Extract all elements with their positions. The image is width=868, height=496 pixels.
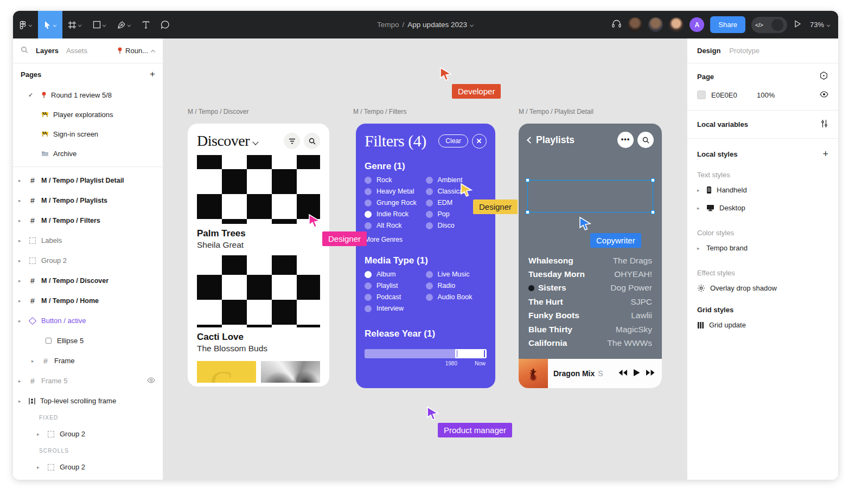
- grid-style-grid-update[interactable]: Grid update: [687, 316, 838, 334]
- pen-tool-button[interactable]: [112, 11, 137, 38]
- add-style-icon[interactable]: +: [822, 149, 828, 160]
- expand-chevron-icon[interactable]: ▸: [31, 358, 37, 364]
- page-color-value[interactable]: E0E0E0: [711, 91, 757, 99]
- layer-home[interactable]: ▸ # M / Tempo / Home: [13, 291, 163, 311]
- selection-handle[interactable]: [651, 178, 655, 182]
- layer-group-2-scrolls[interactable]: ▸ Group 2: [13, 457, 163, 477]
- move-tool-button[interactable]: [38, 11, 62, 38]
- expand-chevron-icon[interactable]: ▸: [18, 258, 24, 263]
- expand-chevron-icon[interactable]: ▸: [697, 205, 701, 211]
- component-icon: [29, 317, 36, 324]
- shape-tool-button[interactable]: [87, 11, 112, 38]
- tab-prototype[interactable]: Prototype: [729, 47, 760, 55]
- page-color-swatch[interactable]: [697, 91, 706, 99]
- present-button[interactable]: [793, 20, 802, 30]
- main-menu-button[interactable]: [13, 11, 38, 38]
- layer-group-2-fixed[interactable]: ▸ Group 2: [13, 424, 163, 444]
- mock-discover-frame[interactable]: Discover Palm Trees Sheila Great Cact: [188, 124, 329, 387]
- page-item-label: Sign-in screen: [53, 130, 98, 138]
- layer-discover[interactable]: ▸ # M / Tempo / Discover: [13, 270, 163, 291]
- expand-chevron-icon[interactable]: ▸: [18, 238, 24, 243]
- design-panel: Design Prototype Page E0E0E0 100%: [687, 38, 838, 480]
- mock-filters-frame[interactable]: Filters (4) Clear Genre (1) Rock Heavy M…: [356, 124, 495, 388]
- expand-chevron-icon[interactable]: ▸: [18, 378, 24, 384]
- canvas[interactable]: M / Tempo / Discover M / Tempo / Filters…: [163, 38, 687, 480]
- layer-top-level-scrolling-frame[interactable]: ▸ Top-level scrolling frame: [13, 391, 163, 411]
- selection-handle[interactable]: [651, 210, 655, 214]
- page-item-sign-in-screen[interactable]: Sign-in screen: [13, 124, 163, 144]
- album-art-checkerboard: [197, 255, 320, 327]
- genre-option: Ambient: [426, 176, 487, 184]
- layer-button-active[interactable]: ▸ Button / active: [13, 311, 163, 331]
- page-opacity-value[interactable]: 100%: [757, 91, 775, 99]
- album-artist: Sheila Great: [197, 240, 320, 250]
- mock-playlist-frame[interactable]: Playlists ••• Whalesong The Drags: [519, 124, 662, 388]
- frame-label-discover[interactable]: M / Tempo / Discover: [188, 108, 248, 115]
- text-style-handheld[interactable]: ▸ Handheld: [687, 181, 838, 199]
- expand-chevron-icon[interactable]: ▸: [18, 198, 24, 203]
- effect-style-overlay-drop-shadow[interactable]: Overlay drop shadow: [687, 279, 838, 297]
- frame-label-playlist[interactable]: M / Tempo / Playlist Detail: [519, 108, 593, 115]
- tab-layers[interactable]: Layers: [36, 47, 59, 55]
- selection-handle[interactable]: [526, 210, 529, 214]
- layer-filters[interactable]: ▸ # M / Tempo / Filters: [13, 210, 163, 230]
- selection-handle[interactable]: [526, 178, 529, 182]
- developer-cursor-icon: [439, 67, 453, 81]
- collaborator-avatar[interactable]: [648, 17, 663, 32]
- text-tool-button[interactable]: [137, 11, 155, 38]
- selection-box[interactable]: [527, 180, 653, 212]
- layer-ellipse-5[interactable]: Ellipse 5: [13, 331, 163, 351]
- expand-chevron-icon[interactable]: ▸: [18, 218, 24, 223]
- zoom-menu[interactable]: 73%: [810, 21, 831, 29]
- expand-chevron-icon[interactable]: ▸: [18, 298, 24, 304]
- tab-design[interactable]: Design: [697, 47, 720, 55]
- color-style-tempo-brand[interactable]: ▸ Tempo brand: [687, 239, 838, 257]
- layer-frame[interactable]: ▸ # Frame: [13, 351, 163, 371]
- current-user-avatar[interactable]: A: [690, 17, 704, 32]
- chevron-down-icon: [253, 140, 258, 145]
- frame-label-filters[interactable]: M / Tempo / Filters: [353, 108, 406, 115]
- layer-frame-5[interactable]: ▸ # Frame 5: [13, 371, 163, 391]
- audio-call-icon[interactable]: [611, 19, 622, 31]
- expand-chevron-icon[interactable]: ▸: [697, 188, 701, 193]
- visibility-eye-icon[interactable]: [147, 377, 155, 385]
- collaborator-avatar[interactable]: [669, 17, 684, 32]
- apply-variable-icon[interactable]: [819, 71, 828, 82]
- layers-panel: Layers Assets Roun... Pages + ✓ Round 1 …: [13, 38, 163, 480]
- share-button[interactable]: Share: [710, 16, 745, 33]
- collaborator-avatar[interactable]: [628, 17, 642, 32]
- page-item-archive[interactable]: Archive: [13, 144, 163, 163]
- expand-chevron-icon[interactable]: ▸: [37, 465, 42, 470]
- current-page-chip[interactable]: Roun...: [117, 47, 155, 55]
- dev-mode-toggle[interactable]: </>: [751, 17, 787, 33]
- page-item-label: Archive: [53, 150, 76, 158]
- frame-tool-button[interactable]: [62, 11, 87, 38]
- visibility-eye-icon[interactable]: [820, 91, 828, 99]
- file-breadcrumb[interactable]: Tempo / App updates 2023: [377, 21, 474, 29]
- expand-chevron-icon[interactable]: ▸: [37, 431, 42, 437]
- layer-playlist-detail[interactable]: ▸ # M / Tempo / Playlist Detail: [13, 170, 163, 190]
- expand-chevron-icon[interactable]: ▸: [697, 246, 701, 251]
- expand-chevron-icon[interactable]: ▸: [18, 278, 24, 284]
- page-item-player-explorations[interactable]: Player explorations: [13, 105, 163, 124]
- expand-chevron-icon[interactable]: ▸: [18, 398, 24, 404]
- expand-chevron-icon[interactable]: ▸: [18, 318, 24, 324]
- add-page-icon[interactable]: +: [150, 69, 155, 80]
- radio-icon: [426, 271, 433, 278]
- layer-playlists[interactable]: ▸ # M / Tempo / Playlists: [13, 190, 163, 210]
- more-genres-link: More Genres: [356, 229, 495, 243]
- play-icon: [633, 369, 640, 379]
- text-style-desktop[interactable]: ▸ Desktop: [687, 199, 838, 217]
- search-icon[interactable]: [21, 46, 28, 55]
- comment-tool-button[interactable]: [155, 11, 175, 38]
- cursor-label-designer: Designer: [473, 199, 518, 214]
- expand-chevron-icon[interactable]: ▸: [18, 178, 24, 183]
- radio-selected-icon: [365, 271, 372, 278]
- pin-icon: [41, 92, 47, 99]
- page-item-round-1-review[interactable]: ✓ Round 1 review 5/8: [13, 85, 163, 105]
- layer-labels[interactable]: ▸ Labels: [13, 230, 163, 250]
- tab-assets[interactable]: Assets: [66, 47, 87, 55]
- code-icon: </>: [755, 22, 763, 28]
- layer-group-2[interactable]: ▸ Group 2: [13, 250, 163, 270]
- variables-settings-icon[interactable]: [820, 119, 828, 130]
